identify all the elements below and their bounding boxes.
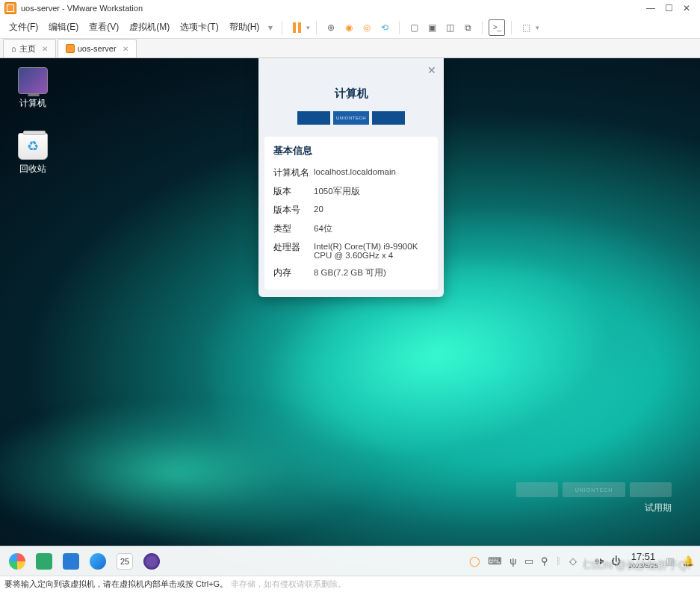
tray-mic-icon[interactable]: ⚲	[541, 555, 548, 567]
view-unity-button[interactable]: ◫	[442, 19, 458, 36]
dock-app-calendar[interactable]: 25	[114, 550, 136, 573]
pause-vm-button[interactable]	[288, 19, 305, 36]
menu-help[interactable]: 帮助(H)	[225, 19, 264, 36]
host-titlebar: uos-server - VMware Workstation — ☐ ✕	[0, 0, 700, 16]
tray-display-icon[interactable]: ▭	[524, 555, 533, 567]
row-build: 版本号 20	[273, 201, 429, 219]
row-type: 类型 64位	[273, 219, 429, 238]
home-icon: ⌂	[11, 44, 16, 53]
window-title: uos-server - VMware Workstation	[21, 4, 143, 13]
guest-dock: 25 ◯ ⌨ ψ ▭ ⚲ ᛒ ◇ | 🕪 ⏻ 17:51 2023/5/25 ▥…	[0, 546, 700, 576]
desktop-icon-trash[interactable]: ♻ 回收站	[10, 133, 55, 175]
tray-uos-icon[interactable]: ◯	[469, 555, 480, 567]
wallpaper-aurora-2	[0, 343, 420, 576]
browser-icon	[90, 553, 106, 570]
dock-app-files[interactable]	[60, 550, 82, 573]
menu-file[interactable]: 文件(F)	[4, 19, 43, 36]
close-tab-vm[interactable]: ✕	[123, 45, 128, 53]
launcher-button[interactable]	[6, 550, 28, 573]
tray-power-icon[interactable]: ⏻	[611, 555, 621, 567]
system-tray: ◯ ⌨ ψ ▭ ⚲ ᛒ ◇ | 🕪 ⏻ 17:51 2023/5/25 ▥ 🔔	[469, 552, 694, 570]
tray-volume-icon[interactable]: 🕪	[594, 555, 604, 567]
view-single-button[interactable]: ▢	[406, 19, 422, 36]
row-cpu: 处理器 Intel(R) Core(TM) i9-9900K CPU @ 3.6…	[273, 238, 429, 264]
fullscreen-button[interactable]: >_	[489, 19, 505, 36]
tab-uos-server[interactable]: uos-server ✕	[58, 39, 137, 57]
monitor-icon	[36, 553, 52, 570]
row-version: 版本 1050军用版	[273, 182, 429, 201]
desktop-icon-computer[interactable]: 计算机	[10, 67, 55, 110]
host-menubar: 文件(F) 编辑(E) 查看(V) 虚拟机(M) 选项卡(T) 帮助(H) ▾ …	[0, 16, 700, 39]
menu-vm[interactable]: 虚拟机(M)	[125, 19, 174, 36]
tab-vm-label: uos-server	[78, 44, 117, 53]
launcher-icon	[9, 553, 25, 570]
vm-icon	[66, 44, 75, 53]
tab-home-label: 主页	[19, 43, 36, 54]
tab-home[interactable]: ⌂ 主页 ✕	[3, 39, 56, 57]
close-tab-home[interactable]: ✕	[42, 45, 48, 53]
stretch-button[interactable]: ⬚	[518, 19, 534, 36]
desktop-watermark: UNIONTECH 试用期	[516, 482, 672, 514]
maximize-button[interactable]: ☐	[660, 3, 678, 13]
tray-network-icon[interactable]: ◇	[569, 555, 577, 567]
system-info-dialog: ✕ 计算机 UNIONTECH 基本信息 计算机名 localhost.loca…	[258, 58, 444, 297]
files-icon	[63, 553, 79, 570]
view-multi-button[interactable]: ▣	[424, 19, 440, 36]
dialog-close-button[interactable]: ✕	[427, 64, 436, 76]
computer-icon	[18, 67, 48, 94]
dialog-title: 计算机	[258, 87, 444, 101]
revert-button[interactable]: ⟲	[377, 19, 393, 36]
tray-desktop-icon[interactable]: ▥	[666, 555, 675, 567]
menu-tabs[interactable]: 选项卡(T)	[176, 19, 223, 36]
trash-icon-label: 回收站	[10, 163, 55, 175]
row-hostname: 计算机名 localhost.localdomain	[273, 163, 429, 182]
vm-tabs-row: ⌂ 主页 ✕ uos-server ✕	[0, 39, 700, 58]
vmware-app-icon	[4, 2, 16, 14]
menu-edit[interactable]: 编辑(E)	[44, 19, 83, 36]
row-memory: 内存 8 GB(7.2 GB 可用)	[273, 264, 429, 282]
dock-app-browser[interactable]	[87, 550, 109, 573]
host-statusbar: 要将输入定向到该虚拟机，请在虚拟机内部单击或按 Ctrl+G。 非存储，如有侵权…	[0, 576, 700, 592]
trash-icon: ♻	[18, 133, 48, 160]
computer-icon-label: 计算机	[10, 97, 55, 110]
dock-app-monitor[interactable]	[33, 550, 55, 573]
tray-keyboard-icon[interactable]: ⌨	[488, 555, 502, 567]
tray-usb-icon[interactable]: ψ	[509, 555, 516, 567]
close-button[interactable]: ✕	[678, 3, 696, 13]
statusbar-faded-text: 非存储，如有侵权请联系删除。	[231, 579, 346, 590]
tray-bluetooth-icon[interactable]: ᛒ	[556, 555, 562, 567]
dock-app-settings[interactable]	[140, 550, 163, 573]
settings-icon	[143, 553, 160, 570]
tray-clock[interactable]: 17:51 2023/5/25	[628, 552, 658, 570]
basic-info-heading: 基本信息	[273, 144, 429, 158]
statusbar-message: 要将输入定向到该虚拟机，请在虚拟机内部单击或按 Ctrl+G。	[4, 579, 228, 590]
minimize-button[interactable]: —	[642, 3, 660, 13]
view-console-button[interactable]: ⧉	[459, 19, 476, 36]
tray-notifications-icon[interactable]: 🔔	[682, 555, 694, 567]
basic-info-card: 基本信息 计算机名 localhost.localdomain 版本 1050军…	[264, 137, 438, 290]
menu-view[interactable]: 查看(V)	[84, 19, 123, 36]
snapshot-button[interactable]: ◉	[341, 19, 357, 36]
send-ctrlaltdel-button[interactable]: ⊕	[323, 19, 339, 36]
uniontech-logo: UNIONTECH	[258, 111, 444, 125]
snapshot-manager-button[interactable]: ◎	[359, 19, 375, 36]
trial-label: 试用期	[516, 502, 672, 514]
guest-desktop[interactable]: 计算机 ♻ 回收站 ✕ 计算机 UNIONTECH 基本信息 计算机名 loca…	[0, 58, 700, 576]
calendar-icon: 25	[117, 553, 133, 570]
